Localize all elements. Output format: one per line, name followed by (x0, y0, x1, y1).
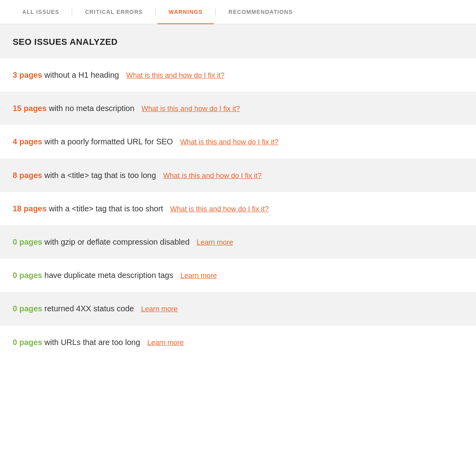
issues-container: 3 pages without a H1 headingWhat is this… (0, 58, 476, 359)
issue-link-4xx-status[interactable]: Learn more (141, 305, 178, 313)
issue-text-h1-heading: without a H1 heading (42, 71, 119, 79)
issue-link-gzip[interactable]: Learn more (197, 238, 233, 246)
issue-row-duplicate-meta: 0 pages have duplicate meta description … (0, 259, 476, 292)
issue-link-duplicate-meta[interactable]: Learn more (180, 272, 217, 280)
issue-text-title-too-long: with a <title> tag that is too long (42, 171, 156, 180)
issue-text-duplicate-meta: have duplicate meta description tags (42, 271, 173, 280)
issue-row-title-too-long: 8 pages with a <title> tag that is too l… (0, 159, 476, 192)
issue-count-meta-description: 15 pages (13, 104, 47, 113)
issue-link-title-too-short[interactable]: What is this and how do I fix it? (170, 205, 269, 213)
issue-row-urls-too-long: 0 pages with URLs that are too longLearn… (0, 326, 476, 359)
nav-divider-1 (72, 8, 72, 15)
tab-warnings[interactable]: WARNINGS (157, 0, 214, 24)
nav-divider-2 (155, 8, 156, 15)
issue-text-title-too-short: with a <title> tag that is too short (47, 204, 163, 213)
issue-count-h1-heading: 3 pages (13, 71, 42, 79)
issue-count-title-too-short: 18 pages (13, 204, 47, 213)
nav-tabs: ALL ISSUES CRITICAL ERRORS WARNINGS RECO… (0, 0, 476, 24)
main-content: SEO ISSUES ANALYZED 3 pages without a H1… (0, 24, 476, 359)
issue-text-meta-description: with no meta description (47, 104, 134, 113)
issue-row-gzip: 0 pages with gzip or deflate compression… (0, 225, 476, 259)
header-section: SEO ISSUES ANALYZED (0, 24, 476, 58)
issue-text-4xx-status: returned 4XX status code (42, 304, 134, 313)
issue-count-duplicate-meta: 0 pages (13, 271, 42, 280)
issue-row-url-format: 4 pages with a poorly formatted URL for … (0, 125, 476, 158)
issue-count-url-format: 4 pages (13, 137, 42, 146)
issue-text-url-format: with a poorly formatted URL for SEO (42, 137, 173, 146)
issue-row-4xx-status: 0 pages returned 4XX status codeLearn mo… (0, 292, 476, 325)
issue-row-h1-heading: 3 pages without a H1 headingWhat is this… (0, 58, 476, 92)
issue-link-meta-description[interactable]: What is this and how do I fix it? (142, 105, 240, 113)
issue-link-h1-heading[interactable]: What is this and how do I fix it? (126, 71, 225, 79)
nav-divider-3 (215, 8, 216, 15)
section-title: SEO ISSUES ANALYZED (13, 37, 463, 47)
tab-critical-errors[interactable]: CRITICAL ERRORS (74, 0, 154, 24)
issue-count-gzip: 0 pages (13, 238, 42, 246)
issue-link-title-too-long[interactable]: What is this and how do I fix it? (163, 172, 261, 180)
issue-link-url-format[interactable]: What is this and how do I fix it? (180, 138, 278, 146)
issue-row-title-too-short: 18 pages with a <title> tag that is too … (0, 192, 476, 225)
tab-recommendations[interactable]: RECOMMENDATIONS (217, 0, 304, 24)
issue-count-urls-too-long: 0 pages (13, 338, 42, 347)
issue-text-gzip: with gzip or deflate compression disable… (42, 238, 189, 246)
issue-count-4xx-status: 0 pages (13, 304, 42, 313)
issue-row-meta-description: 15 pages with no meta descriptionWhat is… (0, 92, 476, 125)
issue-text-urls-too-long: with URLs that are too long (42, 338, 140, 347)
issue-link-urls-too-long[interactable]: Learn more (147, 339, 184, 347)
tab-all-issues[interactable]: ALL ISSUES (11, 0, 70, 24)
issue-count-title-too-long: 8 pages (13, 171, 42, 180)
